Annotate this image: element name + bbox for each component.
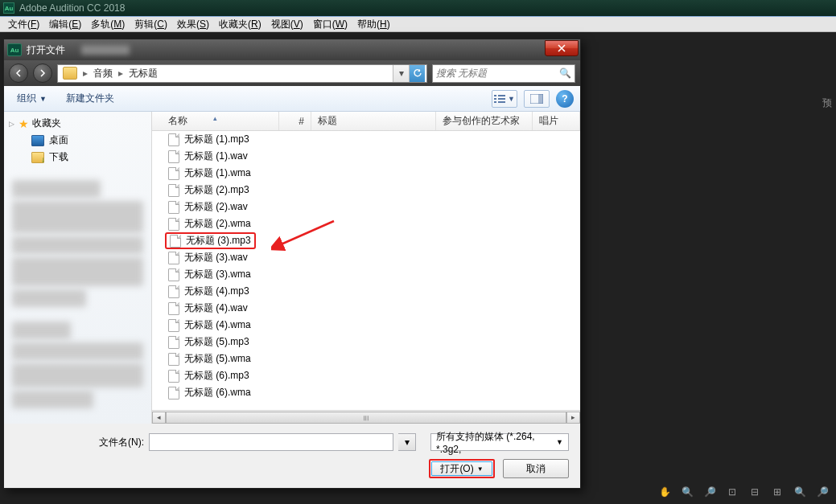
- file-icon: [168, 336, 179, 349]
- scroll-thumb[interactable]: [166, 412, 566, 424]
- sidebar: ★ 收藏夹 桌面 下载: [4, 112, 152, 424]
- app-icon: Au: [3, 2, 14, 14]
- refresh-button[interactable]: [409, 65, 425, 82]
- sort-asc-icon: ▴: [213, 114, 217, 122]
- desktop-icon: [31, 135, 44, 146]
- scroll-right-button[interactable]: ▸: [566, 412, 580, 424]
- search-icon[interactable]: 🔍: [559, 68, 571, 79]
- column-artist[interactable]: 参与创作的艺术家: [436, 112, 533, 130]
- menu-w[interactable]: 窗口(W): [308, 18, 352, 31]
- filter-label: 所有支持的媒体 (*.264, *.3g2,: [436, 430, 556, 455]
- dialog-navbar: ▸ 音频 ▸ 无标题 ▾ 🔍: [4, 60, 580, 86]
- menu-e[interactable]: 编辑(E): [44, 18, 86, 31]
- sidebar-item-desktop[interactable]: 桌面: [4, 132, 151, 149]
- downloads-icon: [31, 152, 44, 163]
- zoom-time-out-icon[interactable]: 🔎: [815, 485, 830, 499]
- file-list[interactable]: 无标题 (1).mp3无标题 (1).wav无标题 (1).wma无标题 (2)…: [152, 131, 580, 410]
- forward-button[interactable]: [33, 64, 52, 83]
- crumb-sep-icon[interactable]: ▸: [80, 68, 90, 79]
- zoom-time-in-icon[interactable]: 🔍: [793, 485, 807, 499]
- open-file-dialog: Au 打开文件 ▸ 音频 ▸ 无标题 ▾: [3, 39, 581, 489]
- dialog-title: 打开文件: [27, 43, 65, 57]
- menu-c[interactable]: 剪辑(C): [130, 18, 172, 31]
- folder-icon: [63, 67, 77, 80]
- breadcrumb-segment[interactable]: 无标题: [126, 67, 161, 80]
- file-row[interactable]: 无标题 (1).wav: [152, 148, 580, 165]
- cancel-button[interactable]: 取消: [503, 459, 569, 478]
- blurred-item: [12, 257, 143, 286]
- zoom-in-icon[interactable]: 🔍: [680, 485, 694, 499]
- file-name: 无标题 (1).mp3: [184, 133, 249, 146]
- column-album[interactable]: 唱片: [533, 112, 580, 130]
- file-row[interactable]: 无标题 (3).wma: [152, 266, 580, 283]
- file-row[interactable]: 无标题 (4).mp3: [152, 283, 580, 300]
- sidebar-item-downloads[interactable]: 下载: [4, 149, 151, 166]
- help-button[interactable]: ?: [556, 90, 574, 108]
- file-name: 无标题 (6).wma: [184, 386, 251, 400]
- file-row[interactable]: 无标题 (6).mp3: [152, 367, 580, 384]
- filetype-filter[interactable]: 所有支持的媒体 (*.264, *.3g2, ▼: [430, 433, 569, 451]
- column-name[interactable]: 名称▴: [152, 112, 279, 130]
- chevron-down-icon: ▼: [556, 438, 563, 446]
- file-row[interactable]: 无标题 (4).wma: [152, 317, 580, 334]
- file-icon: [168, 150, 179, 163]
- bottom-toolbar: ✋ 🔍 🔎 ⊡ ⊟ ⊞ 🔍 🔎: [657, 485, 830, 499]
- close-icon: [558, 44, 566, 52]
- svg-rect-4: [494, 101, 496, 103]
- address-bar[interactable]: ▸ 音频 ▸ 无标题 ▾: [57, 64, 427, 83]
- favorites-header[interactable]: ★ 收藏夹: [4, 115, 151, 132]
- file-name: 无标题 (2).wma: [184, 217, 251, 231]
- file-row[interactable]: 无标题 (3).mp3: [152, 232, 580, 249]
- dialog-titlebar[interactable]: Au 打开文件: [4, 39, 580, 60]
- menu-h[interactable]: 帮助(H): [352, 18, 395, 31]
- horizontal-scrollbar[interactable]: ◂ ▸: [152, 410, 580, 424]
- address-dropdown[interactable]: ▾: [393, 65, 409, 82]
- search-input[interactable]: [436, 68, 559, 79]
- menu-v[interactable]: 视图(V): [266, 18, 308, 31]
- file-icon: [168, 268, 179, 281]
- column-title[interactable]: 标题: [311, 112, 436, 130]
- organize-button[interactable]: 组织 ▼: [10, 89, 53, 108]
- back-button[interactable]: [9, 64, 28, 83]
- zoom-fit-icon[interactable]: ⊡: [725, 485, 739, 499]
- file-row[interactable]: 无标题 (2).mp3: [152, 182, 580, 199]
- search-box[interactable]: 🔍: [432, 64, 575, 83]
- menu-s[interactable]: 效果(S): [172, 18, 214, 31]
- svg-rect-3: [498, 98, 505, 100]
- star-icon: ★: [19, 117, 29, 130]
- view-mode-button[interactable]: ▼: [492, 90, 517, 108]
- zoom-sel-icon[interactable]: ⊟: [747, 485, 762, 499]
- file-row[interactable]: 无标题 (2).wma: [152, 215, 580, 232]
- file-row[interactable]: 无标题 (5).mp3: [152, 334, 580, 350]
- dialog-app-icon: Au: [7, 43, 22, 56]
- open-button[interactable]: 打开(O) ▼: [429, 459, 495, 478]
- crumb-sep-icon[interactable]: ▸: [116, 68, 126, 79]
- close-button[interactable]: [545, 40, 579, 56]
- blurred-text: [81, 45, 130, 55]
- file-row[interactable]: 无标题 (3).wav: [152, 249, 580, 266]
- file-row[interactable]: 无标题 (4).wav: [152, 300, 580, 317]
- file-row[interactable]: 无标题 (1).mp3: [152, 131, 580, 148]
- file-row[interactable]: 无标题 (5).wma: [152, 350, 580, 367]
- column-number[interactable]: #: [279, 112, 311, 130]
- menu-m[interactable]: 多轨(M): [86, 18, 130, 31]
- zoom-out-icon[interactable]: 🔎: [702, 485, 717, 499]
- new-folder-button[interactable]: 新建文件夹: [60, 89, 121, 108]
- filename-dropdown[interactable]: ▾: [398, 433, 416, 451]
- file-icon: [168, 302, 179, 315]
- preview-pane-button[interactable]: [524, 90, 550, 108]
- file-row[interactable]: 无标题 (6).wma: [152, 384, 580, 401]
- breadcrumb-segment[interactable]: 音频: [90, 67, 116, 80]
- filename-label: 文件名(N):: [99, 436, 144, 449]
- file-row[interactable]: 无标题 (1).wma: [152, 165, 580, 182]
- blurred-item: [12, 201, 143, 233]
- blurred-item: [12, 342, 143, 360]
- hand-tool-icon[interactable]: ✋: [657, 485, 672, 499]
- menu-f[interactable]: 文件(F): [3, 18, 44, 31]
- blurred-item: [12, 289, 86, 307]
- scroll-left-button[interactable]: ◂: [152, 412, 166, 424]
- filename-input[interactable]: [149, 433, 393, 451]
- menu-r[interactable]: 收藏夹(R): [214, 18, 266, 31]
- file-row[interactable]: 无标题 (2).wav: [152, 199, 580, 215]
- zoom-icon[interactable]: ⊞: [770, 485, 785, 499]
